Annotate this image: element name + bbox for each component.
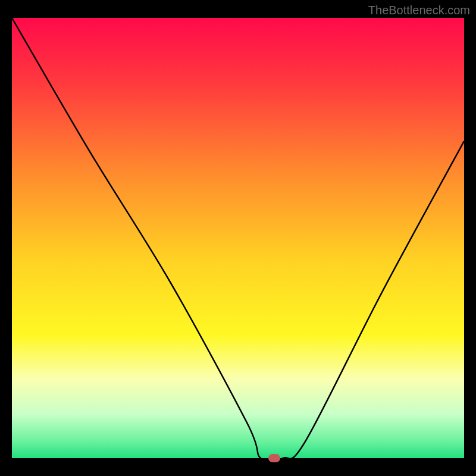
watermark-text: TheBottleneck.com — [368, 4, 470, 17]
plot-area — [12, 18, 464, 458]
optimal-point-marker — [268, 454, 280, 462]
bottleneck-curve — [12, 18, 464, 458]
